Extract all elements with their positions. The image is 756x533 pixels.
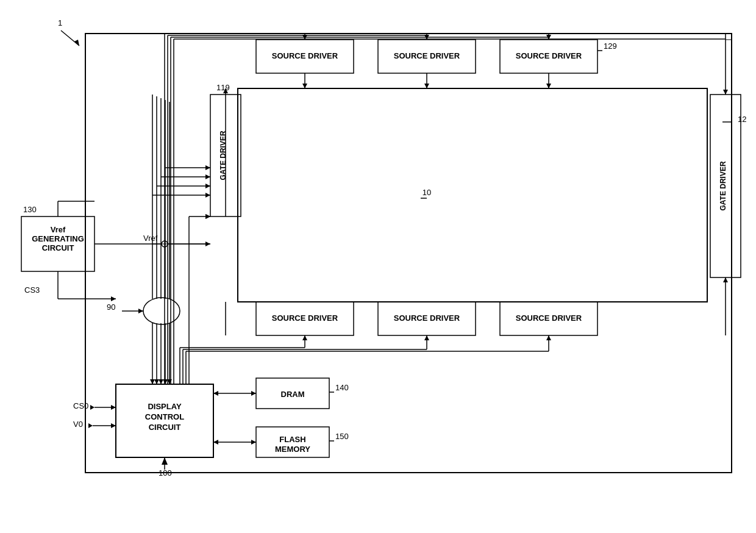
svg-marker-65 [138, 309, 143, 313]
svg-marker-113 [424, 84, 429, 88]
svg-marker-106 [213, 440, 218, 445]
ref-150: 150 [335, 432, 349, 441]
svg-line-0 [61, 30, 79, 46]
gate-driver-right: GATE DRIVER [719, 161, 727, 210]
vref-gen-circuit: Vref [51, 225, 66, 234]
svg-rect-2 [85, 34, 732, 473]
svg-rect-8 [238, 88, 707, 302]
source-driver-top-2: SOURCE DRIVER [394, 51, 460, 60]
svg-marker-87 [205, 214, 210, 219]
svg-marker-18 [162, 457, 168, 465]
svg-marker-104 [251, 391, 256, 396]
source-driver-top-3: SOURCE DRIVER [516, 51, 582, 60]
svg-marker-52 [546, 335, 551, 340]
svg-marker-89 [205, 193, 210, 198]
ref-100: 100 [159, 468, 172, 478]
diagram: 1 12 SOURCE DRIVER SOURCE DRIVER SOURCE … [0, 0, 756, 533]
svg-marker-111 [302, 84, 307, 88]
svg-marker-73 [163, 379, 168, 384]
flash-memory-2: MEMORY [275, 445, 310, 454]
ref-1: 1 [58, 18, 62, 27]
svg-marker-67 [150, 379, 155, 384]
svg-marker-93 [205, 174, 210, 179]
ref-140: 140 [335, 383, 349, 392]
display-control-circuit: DISPLAY [148, 402, 181, 411]
display-control-circuit-2: CONTROL [145, 412, 184, 421]
svg-marker-97 [111, 405, 116, 410]
svg-marker-40 [723, 277, 728, 282]
svg-marker-69 [154, 379, 159, 384]
vref-label: Vref [143, 234, 158, 243]
svg-marker-95 [205, 165, 210, 170]
svg-marker-44 [302, 335, 307, 340]
source-driver-top-1: SOURCE DRIVER [272, 51, 338, 60]
cs0-label: CS0 [73, 401, 88, 410]
svg-marker-71 [159, 379, 163, 384]
svg-marker-100 [90, 405, 94, 410]
svg-marker-62 [111, 296, 116, 301]
svg-marker-48 [424, 335, 429, 340]
ref-90: 90 [107, 302, 115, 312]
vref-gen-circuit-2: GENERATING [32, 234, 84, 243]
display-control-circuit-3: CIRCUIT [149, 423, 181, 432]
svg-marker-107 [251, 440, 256, 445]
dram: DRAM [281, 390, 305, 399]
svg-marker-91 [205, 184, 210, 188]
svg-marker-101 [88, 423, 93, 428]
ref-119: 119 [216, 83, 230, 92]
source-driver-bottom-3: SOURCE DRIVER [516, 313, 582, 323]
source-driver-bottom-1: SOURCE DRIVER [272, 313, 338, 323]
svg-marker-99 [111, 423, 116, 428]
svg-marker-115 [546, 84, 551, 88]
ref-10: 10 [423, 188, 431, 197]
ref-130: 130 [23, 205, 37, 214]
cs3-label: CS3 [24, 285, 40, 295]
svg-point-63 [143, 298, 180, 324]
svg-marker-103 [213, 391, 218, 396]
vref-gen-circuit-3: CIRCUIT [42, 243, 74, 252]
ref-129: 129 [604, 41, 617, 51]
flash-memory: FLASH [279, 435, 305, 444]
v0-label: V0 [73, 420, 83, 429]
gate-driver-left: GATE DRIVER [219, 131, 227, 180]
source-driver-bottom-2: SOURCE DRIVER [394, 313, 460, 323]
ref-12: 12 [738, 115, 746, 124]
svg-marker-38 [723, 90, 728, 95]
